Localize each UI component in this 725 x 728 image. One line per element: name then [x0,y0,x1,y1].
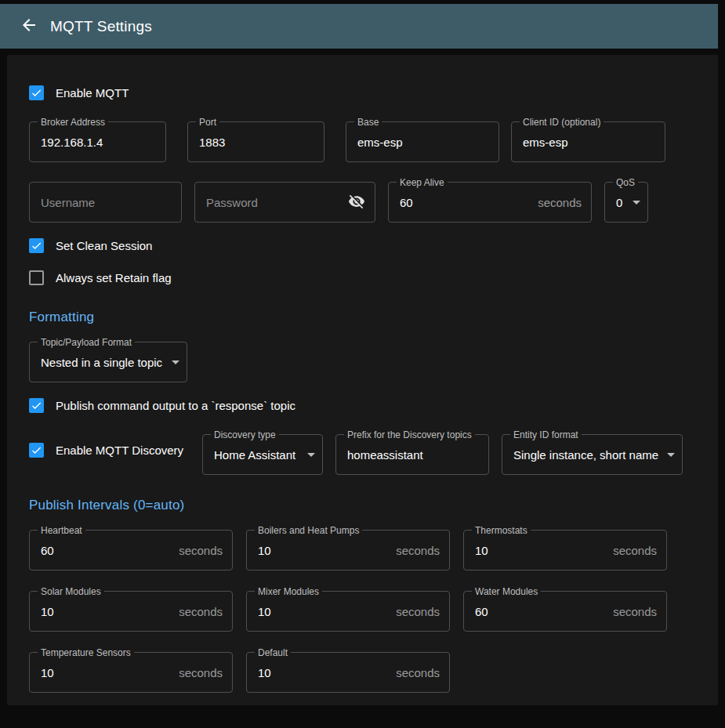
seconds-suffix: seconds [613,544,657,557]
checkbox-checked-icon [29,238,44,253]
boilers-field: Boilers and Heat Pumps seconds [246,530,450,570]
checkbox-unchecked-icon [29,270,44,285]
visibility-off-icon [348,193,365,212]
field-label: Keep Alive [397,176,448,189]
field-label: Entity ID format [510,429,582,441]
field-label: Base [354,116,382,129]
discovery-prefix-field: Prefix for the Discovery topics [335,434,489,475]
seconds-suffix: seconds [396,605,440,618]
topic-format-value: Nested in a single topic [41,356,166,369]
seconds-suffix: seconds [538,196,582,209]
seconds-suffix: seconds [396,544,440,557]
thermostats-field: Thermostats seconds [463,530,667,570]
field-label: Water Modules [472,585,541,598]
heartbeat-field: Heartbeat seconds [29,530,233,570]
discovery-type-value: Home Assistant [214,448,302,462]
back-arrow-icon [20,16,38,37]
solar-modules-input[interactable] [41,605,172,618]
keep-alive-input[interactable] [400,196,531,209]
checkbox-checked-icon [29,398,44,413]
temperature-sensors-input[interactable] [41,666,172,679]
field-label: Solar Modules [38,585,104,598]
discovery-type-select[interactable]: Discovery type Home Assistant [202,434,323,475]
checkbox-label: Always set Retain flag [56,271,172,284]
back-button[interactable] [20,16,38,37]
field-label: QoS [613,176,638,189]
field-label: Default [255,647,291,659]
checkbox-label: Publish command output to a `response` t… [56,399,295,412]
checkbox-label: Enable MQTT [56,86,129,100]
password-input[interactable] [206,196,343,209]
formatting-heading: Formatting [29,310,696,325]
field-label: Broker Address [38,116,108,129]
dropdown-arrow-icon [662,445,680,464]
boilers-input[interactable] [258,544,390,557]
publish-intervals-heading: Publish Intervals (0=auto) [29,498,696,513]
default-interval-input[interactable] [258,666,390,679]
credentials-row: Keep Alive seconds QoS 0 [29,182,696,223]
dropdown-arrow-icon [166,353,185,371]
water-modules-field: Water Modules seconds [463,591,667,632]
base-field: Base [346,121,499,162]
intervals-grid: Heartbeat seconds Boilers and Heat Pumps… [29,530,696,693]
field-label: Heartbeat [38,524,85,537]
mqtt-settings-panel: Enable MQTT Broker Address Port Base Cli… [7,55,718,705]
seconds-suffix: seconds [613,605,657,618]
checkbox-label: Enable MQTT Discovery [56,444,183,457]
port-field: Port [187,121,324,162]
field-label: Topic/Payload Format [38,336,135,349]
temperature-sensors-field: Temperature Sensors seconds [29,652,233,693]
solar-modules-field: Solar Modules seconds [29,591,233,632]
port-input[interactable] [199,136,314,149]
enable-mqtt-checkbox[interactable]: Enable MQTT [29,85,696,100]
field-label: Port [196,116,219,129]
broker-fields-row: Broker Address Port Base Client ID (opti… [29,121,696,162]
field-label: Thermostats [472,524,531,537]
client-id-field: Client ID (optional) [511,121,665,162]
field-label: Boilers and Heat Pumps [255,524,362,537]
topic-format-row: Topic/Payload Format Nested in a single … [29,342,696,382]
field-label: Discovery type [211,429,279,441]
keep-alive-field: Keep Alive seconds [388,182,592,223]
seconds-suffix: seconds [179,544,223,557]
discovery-prefix-input[interactable] [347,448,479,462]
checkbox-label: Set Clean Session [56,239,152,252]
seconds-suffix: seconds [396,666,440,679]
page-title: MQTT Settings [50,18,152,35]
field-label: Temperature Sensors [38,647,134,659]
checkbox-checked-icon [29,443,44,458]
broker-address-input[interactable] [41,136,156,149]
field-label: Prefix for the Discovery topics [344,429,475,441]
topic-payload-format-select[interactable]: Topic/Payload Format Nested in a single … [29,342,187,382]
retain-flag-checkbox[interactable]: Always set Retain flag [29,270,696,285]
default-interval-field: Default seconds [246,652,450,693]
field-label: Mixer Modules [255,585,322,598]
field-label: Client ID (optional) [520,116,604,129]
water-modules-input[interactable] [475,605,607,618]
username-input[interactable] [41,196,172,209]
broker-address-field: Broker Address [29,121,166,162]
qos-value: 0 [616,196,627,209]
seconds-suffix: seconds [179,666,223,679]
mixer-modules-input[interactable] [258,605,390,618]
username-field [29,182,182,223]
clean-session-checkbox[interactable]: Set Clean Session [29,237,696,253]
publish-response-checkbox[interactable]: Publish command output to a `response` t… [29,397,696,413]
heartbeat-input[interactable] [41,544,172,557]
app-bar: MQTT Settings [0,4,718,49]
toggle-password-visibility-button[interactable] [348,193,365,212]
checkbox-checked-icon [29,85,44,100]
mixer-modules-field: Mixer Modules seconds [246,591,450,632]
dropdown-arrow-icon [302,445,321,464]
client-id-input[interactable] [523,136,655,149]
enable-discovery-checkbox[interactable]: Enable MQTT Discovery [29,442,202,458]
thermostats-input[interactable] [475,544,607,557]
discovery-row: Enable MQTT Discovery Discovery type Hom… [29,434,696,475]
seconds-suffix: seconds [179,605,223,618]
dropdown-arrow-icon [627,193,646,212]
password-field [194,182,375,223]
base-input[interactable] [357,136,489,149]
entity-id-format-value: Single instance, short name [513,448,662,462]
entity-id-format-select[interactable]: Entity ID format Single instance, short … [502,434,683,475]
qos-select[interactable]: QoS 0 [604,182,648,223]
